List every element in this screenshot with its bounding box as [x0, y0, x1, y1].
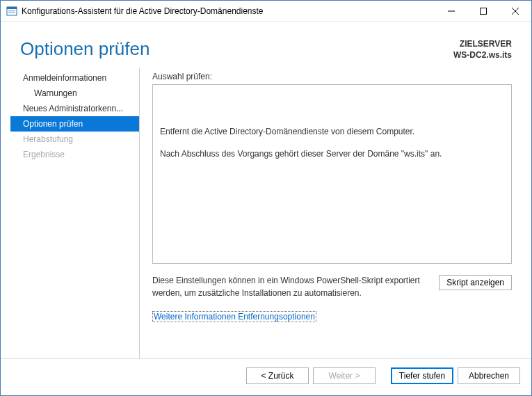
window-title: Konfigurations-Assistent für die Active … [22, 6, 435, 16]
wizard-step-5: Ergebnisse [10, 147, 139, 162]
wizard-step-2[interactable]: Neues Administratorkenn... [10, 101, 139, 116]
window-controls [435, 1, 531, 22]
header: Optionen prüfen ZIELSERVER WS-DC2.ws.its [1, 22, 531, 68]
view-script-button[interactable]: Skript anzeigen [439, 275, 512, 290]
titlebar: Konfigurations-Assistent für die Active … [1, 1, 531, 22]
export-row: Diese Einstellungen können in ein Window… [152, 275, 512, 299]
review-line-1: Nach Abschluss des Vorgangs gehört diese… [160, 148, 504, 160]
wizard-step-1[interactable]: Warnungen [10, 86, 139, 101]
wizard-steps-sidebar: AnmeldeinformationenWarnungenNeues Admin… [10, 68, 140, 358]
target-server-value: WS-DC2.ws.its [453, 49, 512, 61]
cancel-button[interactable]: Abbrechen [458, 367, 520, 384]
minimize-button[interactable] [435, 1, 467, 22]
review-label: Auswahl prüfen: [152, 72, 512, 81]
target-server-info: ZIELSERVER WS-DC2.ws.its [453, 38, 512, 61]
target-server-label: ZIELSERVER [453, 38, 512, 49]
maximize-button[interactable] [467, 1, 499, 22]
app-icon [6, 6, 17, 17]
more-info-removal-options-link[interactable]: Weitere Informationen Entfernungsoptione… [152, 311, 316, 322]
next-button[interactable]: Weiter > [313, 367, 376, 384]
more-info-row: Weitere Informationen Entfernungsoptione… [152, 312, 512, 322]
export-description: Diese Einstellungen können in ein Window… [152, 275, 430, 299]
body: AnmeldeinformationenWarnungenNeues Admin… [1, 68, 531, 358]
svg-rect-5 [481, 8, 487, 14]
wizard-footer: < Zurück Weiter > Tiefer stufen Abbreche… [1, 358, 531, 392]
review-line-0: Entfernt die Active Directory-Domänendie… [160, 125, 504, 138]
wizard-step-0[interactable]: Anmeldeinformationen [10, 70, 139, 86]
svg-rect-1 [7, 7, 17, 9]
back-button[interactable]: < Zurück [246, 367, 309, 384]
svg-rect-3 [8, 12, 15, 13]
svg-rect-2 [8, 10, 15, 11]
review-selections-box[interactable]: Entfernt die Active Directory-Domänendie… [152, 84, 512, 264]
close-button[interactable] [499, 1, 531, 22]
wizard-step-3[interactable]: Optionen prüfen [10, 116, 139, 132]
demote-button[interactable]: Tiefer stufen [391, 367, 453, 384]
page-title: Optionen prüfen [20, 38, 150, 60]
wizard-step-4: Herabstufung [10, 132, 139, 147]
content-pane: Auswahl prüfen: Entfernt die Active Dire… [140, 68, 522, 358]
